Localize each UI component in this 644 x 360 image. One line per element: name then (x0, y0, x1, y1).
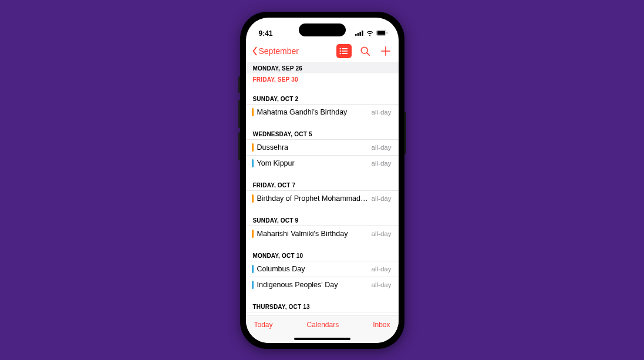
date-header: WEDNESDAY, OCT 5 (246, 128, 399, 139)
svg-rect-1 (357, 33, 358, 36)
calendar-color-bar (252, 265, 254, 273)
svg-rect-5 (377, 31, 385, 34)
event-time: all-day (372, 265, 392, 272)
list-icon (339, 48, 348, 55)
wifi-icon (366, 29, 374, 38)
svg-rect-0 (355, 33, 356, 35)
home-indicator[interactable] (294, 338, 350, 340)
calendar-color-bar (252, 281, 254, 289)
bottom-toolbar: Today Calendars Inbox (246, 315, 399, 335)
event-title: Maharishi Valmiki's Birthday (257, 230, 368, 238)
svg-point-11 (340, 53, 341, 54)
svg-rect-6 (386, 32, 387, 33)
event-title: Birthday of Prophet Mohammad (PBUH) (257, 194, 368, 203)
power-button (404, 112, 406, 154)
date-header: THURSDAY, OCT 13 (246, 301, 399, 312)
plus-icon (380, 46, 391, 56)
screen: 9:41 September (246, 18, 399, 343)
svg-rect-8 (342, 48, 348, 49)
date-header: FRIDAY, SEP 30 (246, 73, 399, 85)
calendar-color-bar (252, 194, 254, 203)
event-title: Mahatma Gandhi's Birthday (257, 108, 368, 116)
calendar-color-bar (252, 143, 254, 152)
svg-rect-12 (342, 53, 348, 54)
event-time: all-day (372, 160, 392, 167)
svg-rect-10 (342, 51, 348, 52)
search-icon (360, 46, 370, 56)
svg-line-14 (366, 52, 369, 55)
event-title: Indigenous Peoples' Day (257, 281, 368, 289)
event-time: all-day (372, 109, 392, 116)
today-button[interactable]: Today (254, 321, 273, 329)
event-time: all-day (372, 144, 392, 151)
calendars-button[interactable]: Calendars (306, 321, 339, 329)
event-time: all-day (372, 281, 392, 288)
date-header: MONDAY, SEP 26 (246, 62, 399, 73)
svg-point-7 (340, 48, 341, 49)
date-header: SUNDAY, OCT 9 (246, 214, 399, 226)
event-title: Dussehra (257, 143, 368, 152)
event-row[interactable]: Mahatma Gandhi's Birthdayall-day (246, 104, 399, 120)
event-row[interactable]: Maharishi Valmiki's Birthdayall-day (246, 226, 399, 241)
list-view-toggle[interactable] (336, 44, 352, 58)
add-event-button[interactable] (379, 44, 393, 58)
search-button[interactable] (358, 44, 372, 58)
phone-frame: 9:41 September (240, 12, 404, 349)
nav-bar: September (246, 42, 399, 62)
date-header: FRIDAY, OCT 7 (246, 179, 399, 190)
event-row[interactable]: Indigenous Peoples' Dayall-day (246, 277, 399, 292)
svg-rect-2 (359, 31, 360, 35)
svg-rect-3 (362, 30, 363, 35)
date-header: SUNDAY, OCT 2 (246, 93, 399, 104)
event-row[interactable]: Birthday of Prophet Mohammad (PBUH)all-d… (246, 190, 399, 206)
home-indicator-area (246, 335, 399, 343)
event-row[interactable]: Columbus Dayall-day (246, 261, 399, 277)
event-row[interactable]: Dussehraall-day (246, 139, 399, 155)
event-title: Yom Kippur (257, 159, 368, 167)
calendar-color-bar (252, 230, 254, 238)
side-button (238, 76, 240, 93)
event-title: Columbus Day (257, 265, 368, 273)
calendar-color-bar (252, 108, 254, 116)
event-row[interactable]: Yom Kippurall-day (246, 155, 399, 171)
signal-icon (355, 29, 363, 38)
event-time: all-day (372, 230, 392, 237)
volume-up-button (238, 100, 240, 128)
event-list[interactable]: MONDAY, SEP 26FRIDAY, SEP 30SUNDAY, OCT … (246, 62, 399, 315)
dynamic-island (299, 23, 346, 36)
back-button[interactable]: September (252, 46, 336, 56)
volume-down-button (238, 132, 240, 160)
event-row[interactable]: Karva Chauthall-day (246, 312, 399, 315)
inbox-button[interactable]: Inbox (373, 321, 390, 329)
event-time: all-day (372, 195, 392, 202)
back-label: September (259, 46, 299, 56)
svg-point-9 (340, 50, 341, 51)
status-time: 9:41 (259, 29, 273, 38)
battery-icon (376, 29, 388, 38)
chevron-left-icon (252, 46, 258, 56)
date-header: MONDAY, OCT 10 (246, 250, 399, 261)
calendar-color-bar (252, 159, 254, 167)
